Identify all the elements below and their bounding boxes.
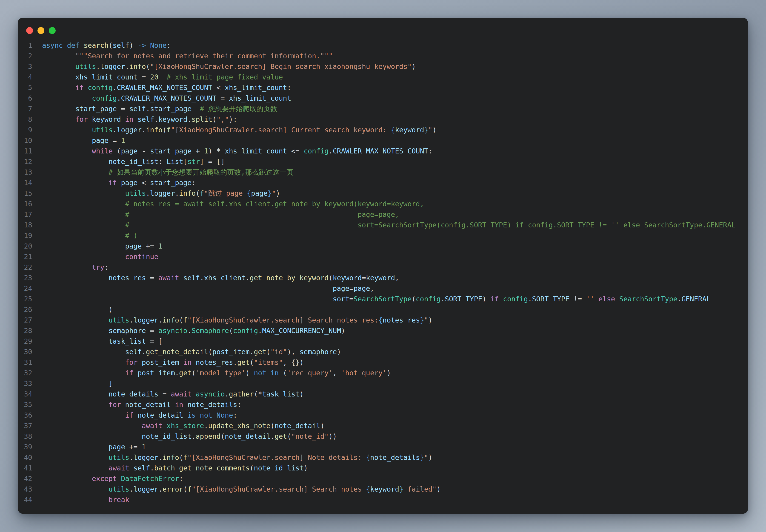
code-line: 35 for note_detail in note_details:: [18, 399, 748, 410]
title-bar[interactable]: [18, 18, 748, 40]
code-line: 20 page += 1: [18, 241, 748, 252]
code-line: 8 for keyword in self.keyword.split(",")…: [18, 114, 748, 125]
line-number: 18: [18, 220, 32, 230]
code-text: utils.logger.info(f"[XiaoHongShuCrawler.…: [42, 316, 432, 324]
code-line: 11 while (page - start_page + 1) * xhs_l…: [18, 146, 748, 156]
code-line: 16 # notes_res = await self.xhs_client.g…: [18, 199, 748, 209]
code-text: if note_detail is not None:: [42, 411, 237, 419]
code-text: except DataFetchError:: [42, 475, 183, 483]
code-text: utils.logger.info(f"[XiaoHongShuCrawler.…: [42, 453, 432, 461]
code-line: 19 # ): [18, 230, 748, 241]
code-line: 13 # 如果当前页数小于您想要开始爬取的页数,那么跳过这一页: [18, 167, 748, 178]
line-number: 6: [18, 93, 32, 104]
code-text: note_details = await asyncio.gather(*tas…: [42, 390, 304, 398]
code-line: 15 utils.logger.info(f"跳过 page {page}"): [18, 188, 748, 199]
traffic-lights: [26, 27, 56, 34]
line-number: 39: [18, 442, 32, 452]
code-text: ): [42, 306, 113, 314]
line-number: 19: [18, 230, 32, 241]
line-number: 38: [18, 431, 32, 442]
line-number: 36: [18, 410, 32, 421]
code-line: 37 await xhs_store.update_xhs_note(note_…: [18, 421, 748, 431]
code-text: notes_res = await self.xhs_client.get_no…: [42, 274, 399, 282]
line-number: 5: [18, 82, 32, 93]
code-line: 30 self.get_note_detail(post_item.get("i…: [18, 347, 748, 357]
line-number: 13: [18, 167, 32, 178]
line-number: 43: [18, 484, 32, 495]
code-text: start_page = self.start_page # 您想要开始爬取的页…: [42, 105, 277, 113]
code-text: # sort=SearchSortType(config.SORT_TYPE) …: [42, 221, 735, 229]
line-number: 21: [18, 252, 32, 262]
code-text: utils.logger.info("[XiaoHongShuCrawler.s…: [42, 62, 416, 71]
code-text: await xhs_store.update_xhs_note(note_det…: [42, 422, 324, 430]
line-number: 7: [18, 104, 32, 114]
editor-window: 1async def search(self) -> None:2 """Sea…: [18, 18, 748, 514]
code-text: await self.batch_get_note_comments(note_…: [42, 464, 308, 472]
code-text: # 如果当前页数小于您想要开始爬取的页数,那么跳过这一页: [42, 168, 293, 176]
line-number: 14: [18, 178, 32, 188]
code-line: 38 note_id_list.append(note_detail.get("…: [18, 431, 748, 442]
code-line: 22 try:: [18, 262, 748, 273]
line-number: 28: [18, 325, 32, 336]
line-number: 12: [18, 156, 32, 167]
code-text: note_id_list: List[str] = []: [42, 158, 225, 166]
code-line: 12 note_id_list: List[str] = []: [18, 156, 748, 167]
code-line: 23 notes_res = await self.xhs_client.get…: [18, 273, 748, 283]
line-number: 25: [18, 294, 32, 304]
code-line: 31 for post_item in notes_res.get("items…: [18, 357, 748, 368]
code-text: page=page,: [42, 284, 374, 292]
close-button[interactable]: [26, 27, 33, 34]
code-line: 6 config.CRAWLER_MAX_NOTES_COUNT = xhs_l…: [18, 93, 748, 104]
code-text: break: [42, 496, 129, 504]
code-line: 27 utils.logger.info(f"[XiaoHongShuCrawl…: [18, 315, 748, 325]
code-line: 33 ]: [18, 378, 748, 389]
code-text: ]: [42, 379, 113, 388]
line-number: 37: [18, 421, 32, 431]
code-text: for note_detail in note_details:: [42, 401, 242, 409]
code-text: utils.logger.info(f"跳过 page {page}"): [42, 189, 280, 197]
code-line: 7 start_page = self.start_page # 您想要开始爬取…: [18, 104, 748, 114]
code-line: 26 ): [18, 304, 748, 315]
code-text: if page < start_page:: [42, 179, 196, 187]
line-number: 2: [18, 51, 32, 61]
line-number: 26: [18, 304, 32, 315]
line-number: 35: [18, 399, 32, 410]
code-text: utils.logger.info(f"[XiaoHongShuCrawler.…: [42, 126, 437, 134]
code-text: page += 1: [42, 242, 162, 250]
line-number: 1: [18, 40, 32, 51]
line-number: 42: [18, 473, 32, 484]
line-number: 15: [18, 188, 32, 199]
code-line: 14 if page < start_page:: [18, 178, 748, 188]
line-number: 4: [18, 72, 32, 82]
line-number: 30: [18, 347, 32, 357]
line-number: 3: [18, 61, 32, 72]
code-line: 2 """Search for notes and retrieve their…: [18, 51, 748, 61]
code-line: 4 xhs_limit_count = 20 # xhs limit page …: [18, 72, 748, 82]
line-number: 22: [18, 262, 32, 273]
code-line: 24 page=page,: [18, 283, 748, 294]
code-text: if config.CRAWLER_MAX_NOTES_COUNT < xhs_…: [42, 84, 291, 92]
code-line: 3 utils.logger.info("[XiaoHongShuCrawler…: [18, 61, 748, 72]
code-text: for post_item in notes_res.get("items", …: [42, 358, 304, 366]
code-line: 21 continue: [18, 252, 748, 262]
code-text: config.CRAWLER_MAX_NOTES_COUNT = xhs_lim…: [42, 94, 291, 102]
code-line: 40 utils.logger.info(f"[XiaoHongShuCrawl…: [18, 452, 748, 463]
line-number: 31: [18, 357, 32, 368]
line-number: 11: [18, 146, 32, 156]
code-text: self.get_note_detail(post_item.get("id")…: [42, 348, 341, 356]
minimize-button[interactable]: [37, 27, 44, 34]
code-text: while (page - start_page + 1) * xhs_limi…: [42, 147, 432, 155]
line-number: 9: [18, 125, 32, 135]
code-line: 29 task_list = [: [18, 336, 748, 347]
zoom-button[interactable]: [49, 27, 56, 34]
line-number: 29: [18, 336, 32, 347]
line-number: 24: [18, 283, 32, 294]
line-number: 40: [18, 452, 32, 463]
code-text: async def search(self) -> None:: [42, 41, 171, 49]
line-number: 33: [18, 378, 32, 389]
code-text: sort=SearchSortType(config.SORT_TYPE) if…: [42, 295, 711, 303]
code-line: 10 page = 1: [18, 135, 748, 146]
code-line: 9 utils.logger.info(f"[XiaoHongShuCrawle…: [18, 125, 748, 135]
line-number: 41: [18, 463, 32, 473]
code-area[interactable]: 1async def search(self) -> None:2 """Sea…: [18, 40, 748, 505]
